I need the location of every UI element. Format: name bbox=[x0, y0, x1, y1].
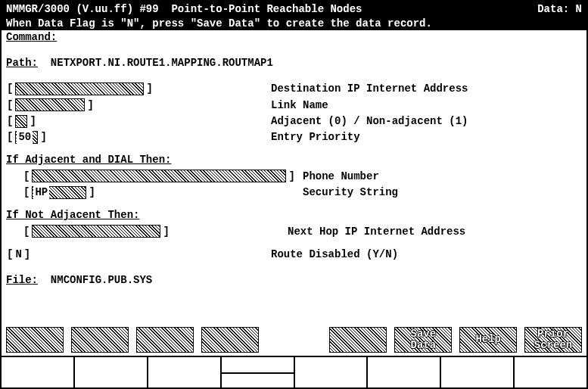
title-bar: NMMGR/3000 (V.uu.ff) #99 Point-to-Point … bbox=[2, 2, 586, 17]
file-label: File: bbox=[6, 272, 38, 288]
data-flag: Data: N bbox=[537, 3, 582, 15]
disabled-input[interactable]: N bbox=[15, 247, 21, 262]
disabled-label: Route Disabled (Y/N) bbox=[271, 247, 582, 262]
link-name-input[interactable] bbox=[15, 98, 85, 111]
title-text: NMMGR/3000 (V.uu.ff) #99 Point-to-Point … bbox=[6, 3, 362, 15]
terminal-screen: NMMGR/3000 (V.uu.ff) #99 Point-to-Point … bbox=[0, 0, 588, 389]
command-label: Command: bbox=[6, 31, 57, 43]
bottom-box-row bbox=[2, 356, 586, 387]
phone-input[interactable] bbox=[32, 170, 286, 182]
softkey-f4[interactable] bbox=[201, 327, 259, 353]
box-6 bbox=[368, 357, 441, 387]
security-input[interactable]: HP bbox=[32, 186, 86, 199]
softkey-prior-screen[interactable]: Prior Screen bbox=[524, 327, 582, 353]
next-hop-input[interactable] bbox=[32, 225, 160, 238]
softkey-f3[interactable] bbox=[136, 327, 194, 353]
dest-ip-label: Destination IP Internet Address bbox=[271, 81, 582, 96]
softkey-save-data[interactable]: Save Data bbox=[394, 327, 452, 353]
box-4 bbox=[222, 357, 295, 387]
hint-bar: When Data Flag is "N", press "Save Data"… bbox=[2, 17, 586, 30]
adjacent-label: Adjacent (0) / Non-adjacent (1) bbox=[271, 114, 582, 129]
priority-input[interactable]: 50 bbox=[15, 131, 38, 144]
box-2 bbox=[75, 357, 148, 387]
link-name-label: Link Name bbox=[271, 98, 582, 113]
phone-label: Phone Number bbox=[303, 169, 582, 184]
softkey-row: Save Data Help Prior Screen bbox=[2, 327, 586, 353]
softkey-f5[interactable] bbox=[329, 327, 387, 353]
path-label: Path: bbox=[6, 55, 38, 70]
softkey-f2[interactable] bbox=[71, 327, 129, 353]
box-5 bbox=[295, 357, 369, 387]
box-1 bbox=[2, 357, 75, 387]
box-8 bbox=[515, 357, 586, 387]
softkey-gap bbox=[266, 327, 322, 353]
security-label: Security String bbox=[303, 185, 582, 200]
box-3 bbox=[148, 357, 222, 387]
softkey-help[interactable]: Help bbox=[459, 327, 517, 353]
section-adjacent-header: If Adjacent and DIAL Then: bbox=[6, 152, 582, 167]
priority-label: Entry Priority bbox=[271, 129, 582, 145]
next-hop-label: Next Hop IP Internet Address bbox=[288, 224, 582, 239]
file-value: NMCONFIG.PUB.SYS bbox=[51, 272, 152, 288]
adjacent-input[interactable] bbox=[15, 115, 27, 128]
dest-ip-input[interactable] bbox=[15, 82, 144, 95]
softkey-f1[interactable] bbox=[6, 327, 64, 353]
box-7 bbox=[441, 357, 515, 387]
section-notadjacent-header: If Not Adjacent Then: bbox=[6, 207, 582, 223]
command-bar[interactable]: Command: bbox=[2, 30, 586, 44]
path-value: NETXPORT.NI.ROUTE1.MAPPING.ROUTMAP1 bbox=[51, 55, 273, 70]
